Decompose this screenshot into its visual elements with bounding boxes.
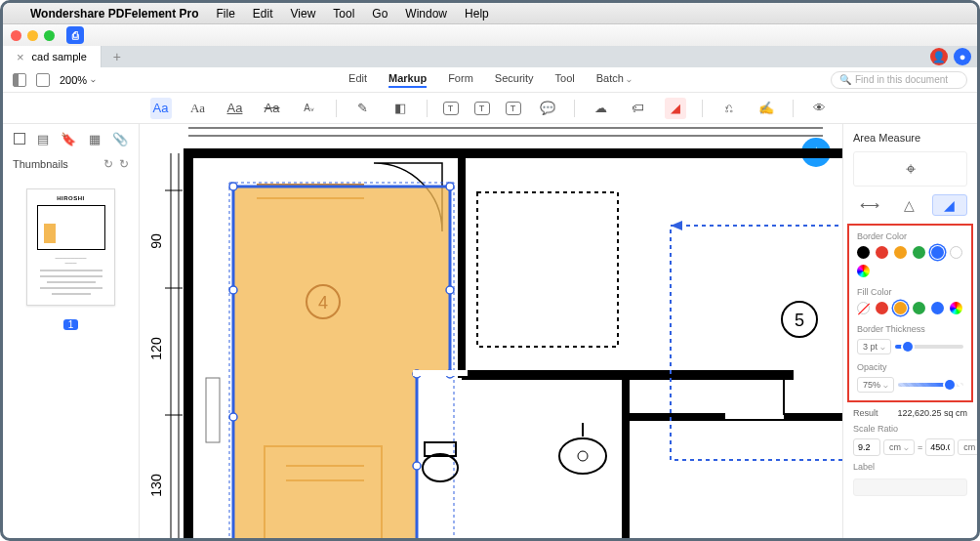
- border-color-swatches: [857, 246, 963, 277]
- page-thumbnail[interactable]: HIROSHI ———————————: [26, 188, 115, 306]
- scale-input-a[interactable]: [853, 438, 880, 456]
- underline-tool[interactable]: Aa: [225, 98, 246, 119]
- refresh-icon[interactable]: ↻: [103, 157, 113, 171]
- opacity-slider[interactable]: [898, 383, 963, 387]
- eraser-tool[interactable]: ◧: [389, 98, 411, 119]
- thumb-doc-title: HIROSHI: [57, 195, 85, 201]
- swatch-fill-red[interactable]: [876, 302, 888, 314]
- note-tool[interactable]: T: [506, 102, 521, 115]
- measure-perimeter-mode[interactable]: △: [892, 194, 925, 216]
- pen-tool[interactable]: ✎: [352, 98, 374, 119]
- new-tab-button[interactable]: +: [102, 49, 133, 64]
- tab-form[interactable]: Form: [448, 72, 473, 88]
- swatch-none[interactable]: [857, 302, 870, 314]
- text-tool-2[interactable]: Aa: [187, 98, 209, 119]
- close-window-button[interactable]: [11, 30, 21, 41]
- result-value: 122,620.25 sq cm: [897, 408, 967, 418]
- document-canvas[interactable]: ✦ 90 120 130: [140, 124, 842, 538]
- user-avatar[interactable]: ●: [954, 48, 971, 65]
- svg-text:4: 4: [318, 293, 328, 312]
- account-badge[interactable]: 👤: [930, 48, 948, 65]
- swatch-white[interactable]: [950, 246, 962, 259]
- swatch-black[interactable]: [857, 246, 870, 259]
- svg-point-41: [578, 451, 588, 461]
- label-label: Label: [843, 456, 977, 474]
- swatch-blue-selected[interactable]: [931, 246, 944, 259]
- textbox-tool[interactable]: T: [443, 102, 459, 115]
- swatch-orange[interactable]: [894, 246, 907, 259]
- chevron-down-icon: ⌵: [883, 381, 888, 390]
- highlighted-properties-group: Border Color Fill Color Border Thickness: [847, 224, 973, 402]
- maximize-window-button[interactable]: [44, 30, 55, 41]
- document-tab[interactable]: × cad sample: [3, 46, 102, 67]
- thumbnails-panel: ▤ 🔖 ▦ 📎 Thumbnails ↻ ↻ HIROSHI —————————…: [3, 124, 140, 538]
- opacity-label: Opacity: [857, 362, 963, 372]
- strikethrough-tool[interactable]: Aa: [262, 98, 283, 119]
- search-icon: 🔍: [839, 74, 851, 85]
- tag-tool[interactable]: 🏷: [628, 98, 649, 119]
- thumbnails-view-icon[interactable]: [14, 133, 25, 145]
- opacity-select[interactable]: 75% ⌵: [857, 377, 894, 393]
- scale-unit-a[interactable]: cm⌵: [883, 439, 915, 455]
- svg-rect-14: [206, 378, 220, 442]
- callout-tool[interactable]: T: [474, 102, 490, 115]
- tab-edit[interactable]: Edit: [348, 72, 367, 88]
- highlight-tool[interactable]: Aa: [150, 98, 172, 119]
- svg-point-20: [229, 286, 237, 294]
- swatch-fill-orange-selected[interactable]: [894, 302, 907, 314]
- tab-tool[interactable]: Tool: [555, 72, 575, 88]
- tab-batch[interactable]: Batch ⌵: [596, 72, 632, 88]
- search-input[interactable]: 🔍 Find in this document: [831, 71, 967, 89]
- tab-markup[interactable]: Markup: [388, 72, 427, 88]
- tab-security[interactable]: Security: [495, 72, 534, 88]
- swatch-fill-green[interactable]: [913, 302, 925, 314]
- thickness-select[interactable]: 3 pt ⌵: [857, 339, 891, 354]
- result-label: Result: [853, 408, 878, 418]
- scale-input-b[interactable]: [925, 438, 955, 456]
- zoom-control[interactable]: 200% ⌵: [60, 74, 96, 86]
- menu-go[interactable]: Go: [372, 7, 388, 21]
- cloud-tool[interactable]: ☁: [591, 98, 612, 119]
- sidebar-toggle-icon[interactable]: [13, 73, 26, 87]
- measure-area-mode[interactable]: ◢: [932, 194, 967, 216]
- menu-tool[interactable]: Tool: [333, 7, 354, 21]
- ruler-tick-130: 130: [148, 474, 164, 497]
- show-hide-tool[interactable]: 👁: [809, 98, 831, 119]
- svg-point-40: [559, 438, 606, 474]
- minimize-window-button[interactable]: [27, 30, 38, 41]
- menu-edit[interactable]: Edit: [253, 7, 273, 21]
- menu-window[interactable]: Window: [405, 7, 447, 21]
- comment-tool[interactable]: 💬: [537, 98, 558, 119]
- scale-unit-b[interactable]: cm⌵: [958, 439, 977, 455]
- swatch-red[interactable]: [876, 246, 888, 259]
- bookmark-icon[interactable]: 🔖: [61, 131, 76, 146]
- svg-point-24: [229, 413, 237, 421]
- stamp-tool[interactable]: ⎌: [718, 98, 740, 119]
- refresh-icon-2[interactable]: ↻: [119, 157, 129, 171]
- search-placeholder: Find in this document: [855, 74, 948, 85]
- menu-file[interactable]: File: [217, 7, 235, 21]
- label-input[interactable]: [853, 479, 967, 496]
- signature-tool[interactable]: ✍: [755, 98, 777, 119]
- swatch-fill-blue[interactable]: [931, 302, 944, 314]
- menu-help[interactable]: Help: [465, 7, 489, 21]
- svg-rect-44: [725, 413, 784, 419]
- attachments-icon[interactable]: 📎: [112, 131, 128, 146]
- app-name[interactable]: Wondershare PDFelement Pro: [30, 7, 199, 21]
- annotations-icon[interactable]: ▦: [87, 131, 102, 146]
- measure-tool[interactable]: ◢: [665, 98, 686, 119]
- macos-menubar: Wondershare PDFelement Pro File Edit Vie…: [3, 3, 977, 24]
- swatch-fill-custom[interactable]: [950, 302, 962, 314]
- panel-title: Thumbnails: [13, 158, 68, 170]
- menu-view[interactable]: View: [291, 7, 316, 21]
- caret-tool[interactable]: Aᵥ: [299, 98, 320, 119]
- thickness-slider[interactable]: [895, 345, 963, 349]
- measure-distance-mode[interactable]: ⟷: [853, 194, 886, 216]
- close-tab-icon[interactable]: ×: [17, 50, 24, 64]
- swatch-custom[interactable]: [857, 265, 870, 277]
- outline-view-icon[interactable]: ▤: [35, 131, 51, 146]
- swatch-green[interactable]: [913, 246, 925, 259]
- svg-rect-34: [671, 226, 842, 460]
- document-tabbar: × cad sample + 👤 ●: [3, 46, 977, 67]
- panel-toggle-icon[interactable]: [36, 73, 50, 87]
